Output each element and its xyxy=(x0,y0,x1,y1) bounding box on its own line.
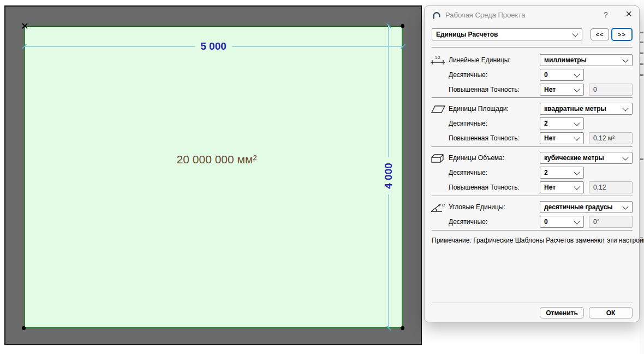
chevron-down-icon xyxy=(574,120,580,126)
note-text: Примечание: Графические Шаблоны Расчетов… xyxy=(432,237,644,244)
chevron-down-icon xyxy=(574,218,580,224)
linear-decimals-select[interactable]: 0 xyxy=(540,69,584,81)
horizontal-dimension-text[interactable]: 5 000 xyxy=(195,40,232,52)
linear-precision-value: Нет xyxy=(544,86,556,93)
linear-dimension-icon: 1.2 xyxy=(430,55,446,66)
zone-area-label[interactable]: 20 000 000 мм² xyxy=(177,153,257,166)
svg-text:1.2: 1.2 xyxy=(435,56,440,60)
chevron-down-icon xyxy=(574,169,580,175)
corner-node[interactable] xyxy=(22,326,26,330)
area-units-select[interactable]: квадратные метры xyxy=(540,103,633,115)
svg-text:α: α xyxy=(442,202,445,208)
row-label: Повышенная Точность: xyxy=(449,181,520,193)
close-icon[interactable]: × xyxy=(622,8,635,20)
background-window-edge xyxy=(640,0,644,354)
area-decimals-value: 2 xyxy=(544,120,548,127)
area-precision-select[interactable]: Нет xyxy=(540,132,584,144)
row-label: Единицы Площади: xyxy=(449,103,509,115)
chevron-down-icon xyxy=(622,56,628,62)
separator xyxy=(432,97,633,98)
volume-units-value: кубические метры xyxy=(544,154,604,162)
separator xyxy=(432,303,633,303)
row-label: Повышенная Точность: xyxy=(449,84,520,96)
volume-precision-value: Нет xyxy=(544,184,556,191)
volume-precision-select[interactable]: Нет xyxy=(540,181,584,193)
chevron-down-icon xyxy=(572,31,578,37)
row-label: Угловые Единицы: xyxy=(449,201,505,213)
separator xyxy=(432,146,633,147)
preferences-page-select[interactable]: Единицы Расчетов xyxy=(432,28,582,40)
volume-precision-sample: 0,12 xyxy=(589,181,633,193)
angle-icon: α xyxy=(430,202,448,214)
row-label: Десятичные: xyxy=(449,216,487,228)
area-icon xyxy=(430,104,446,114)
row-label: Единицы Объема: xyxy=(449,152,504,164)
area-decimals-select[interactable]: 2 xyxy=(540,117,584,129)
preferences-page-value: Единицы Расчетов xyxy=(436,31,498,38)
angle-decimals-value: 0 xyxy=(544,218,548,226)
area-precision-value: Нет xyxy=(544,134,556,142)
linear-units-select[interactable]: миллиметры xyxy=(540,54,633,66)
volume-units-select[interactable]: кубические метры xyxy=(540,152,633,164)
dialog-project-preferences: Рабочая Среда Проекта ? × Единицы Расчет… xyxy=(424,5,640,322)
help-button[interactable]: ? xyxy=(604,10,608,19)
chevron-down-icon xyxy=(622,154,628,160)
separator xyxy=(432,47,633,48)
linear-units-value: миллиметры xyxy=(544,56,587,64)
area-units-value: квадратные метры xyxy=(544,105,606,113)
linear-decimals-value: 0 xyxy=(544,71,548,79)
chevron-down-icon xyxy=(574,86,580,92)
dialog-title: Рабочая Среда Проекта xyxy=(445,11,525,19)
angle-units-value: десятичные градусы xyxy=(544,203,613,211)
prev-page-button[interactable]: << xyxy=(591,28,609,40)
next-page-button[interactable]: >> xyxy=(611,28,633,41)
ok-button[interactable]: ОК xyxy=(589,307,633,318)
row-label: Повышенная Точность: xyxy=(449,132,520,144)
separator xyxy=(432,196,633,196)
chevron-down-icon xyxy=(574,71,580,77)
linear-precision-sample: 0 xyxy=(589,84,633,96)
angle-units-select[interactable]: десятичные градусы xyxy=(540,201,633,213)
corner-node[interactable] xyxy=(401,24,404,28)
app-logo-icon xyxy=(432,10,442,20)
chevron-down-icon xyxy=(574,134,580,140)
linear-precision-select[interactable]: Нет xyxy=(540,84,584,96)
chevron-down-icon xyxy=(622,105,628,111)
corner-x-marker[interactable] xyxy=(21,22,28,30)
chevron-down-icon xyxy=(574,184,580,190)
angle-precision-sample: 0° xyxy=(589,216,633,228)
area-precision-sample: 0,12 м² xyxy=(589,132,633,144)
row-label: Линейные Единицы: xyxy=(449,54,511,66)
volume-decimals-value: 2 xyxy=(544,169,548,176)
separator xyxy=(432,230,633,231)
chevron-down-icon xyxy=(622,203,628,209)
corner-node[interactable] xyxy=(401,326,404,330)
row-label: Десятичные: xyxy=(449,167,487,179)
angle-decimals-select[interactable]: 0 xyxy=(540,216,584,228)
volume-icon xyxy=(430,153,446,164)
row-label: Десятичные: xyxy=(449,69,487,81)
row-label: Десятичные: xyxy=(449,117,487,129)
volume-decimals-select[interactable]: 2 xyxy=(540,167,584,179)
vertical-dimension-text[interactable]: 4 000 xyxy=(383,157,395,194)
cancel-button[interactable]: Отменить xyxy=(540,307,584,318)
zone-polygon[interactable] xyxy=(24,26,403,328)
